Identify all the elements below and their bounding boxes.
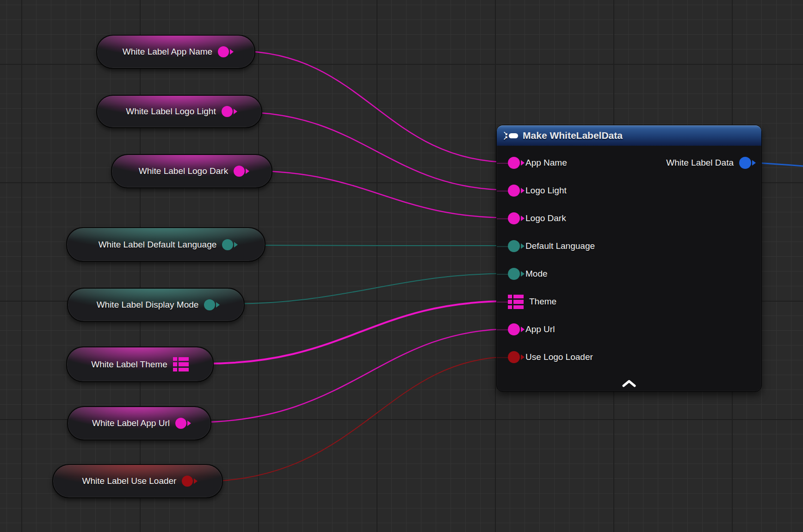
output-pin-teal[interactable] bbox=[222, 239, 233, 250]
node-get-white-label-app-name[interactable]: White Label App Name bbox=[96, 35, 255, 69]
input-pin-string[interactable] bbox=[508, 323, 520, 335]
make-node-header[interactable]: ↘ ↗ Make WhiteLabelData bbox=[497, 125, 761, 146]
node-get-white-label-logo-dark[interactable]: White Label Logo Dark bbox=[111, 154, 272, 188]
pin-label: Mode bbox=[525, 269, 548, 279]
pin-row-logo-dark: Logo Dark bbox=[497, 204, 761, 232]
pin-label: Logo Dark bbox=[525, 213, 566, 223]
node-get-white-label-use-loader[interactable]: White Label Use Loader bbox=[52, 464, 223, 498]
input-pins: App Name Logo Light Logo Dark Default La… bbox=[497, 149, 761, 371]
output-pin-string[interactable] bbox=[218, 46, 229, 57]
wire-logo-dark[interactable] bbox=[251, 171, 512, 218]
collapse-node-button[interactable] bbox=[619, 378, 639, 389]
pin-label: Default Language bbox=[525, 241, 595, 251]
node-label: White Label Default Language bbox=[99, 240, 217, 250]
wire-display-mode[interactable] bbox=[225, 273, 512, 304]
node-label: White Label Theme bbox=[91, 359, 167, 370]
pin-row-theme: Theme bbox=[497, 288, 761, 315]
pin-row-app-url: App Url bbox=[497, 315, 761, 343]
node-label: White Label App Url bbox=[92, 418, 170, 428]
make-struct-icon: ↘ ↗ bbox=[503, 131, 518, 140]
chevron-up-icon bbox=[621, 380, 637, 387]
node-label: White Label Logo Dark bbox=[139, 166, 228, 176]
pin-row-logo-light: Logo Light bbox=[497, 177, 761, 204]
output-pin-row: White Label Data bbox=[666, 149, 751, 177]
struct-pin-icon[interactable] bbox=[508, 295, 524, 309]
pin-label: App Url bbox=[525, 324, 555, 334]
node-get-white-label-logo-light[interactable]: White Label Logo Light bbox=[96, 95, 262, 128]
input-pin-string[interactable] bbox=[508, 212, 520, 224]
output-pin-string[interactable] bbox=[175, 418, 186, 429]
output-pin-string[interactable] bbox=[234, 166, 245, 177]
input-pin-teal[interactable] bbox=[508, 240, 520, 252]
blueprint-graph-canvas[interactable]: White Label App Name White Label Logo Li… bbox=[0, 0, 803, 532]
wire-default-language[interactable] bbox=[245, 245, 512, 246]
pin-row-default-language: Default Language bbox=[497, 232, 761, 260]
node-get-white-label-default-language[interactable]: White Label Default Language bbox=[66, 227, 266, 262]
input-pin-bool[interactable] bbox=[508, 351, 520, 363]
node-label: White Label App Name bbox=[123, 47, 212, 57]
input-pin-teal[interactable] bbox=[508, 268, 520, 280]
output-pin-struct[interactable] bbox=[739, 157, 751, 169]
node-label: White Label Use Loader bbox=[82, 476, 177, 486]
struct-pin-icon[interactable] bbox=[173, 357, 189, 371]
node-get-white-label-display-mode[interactable]: White Label Display Mode bbox=[67, 288, 245, 322]
pin-label: Logo Light bbox=[525, 186, 567, 196]
pin-label: App Name bbox=[525, 158, 567, 168]
pin-row-use-logo-loader: Use Logo Loader bbox=[497, 343, 761, 371]
node-get-white-label-theme[interactable]: White Label Theme bbox=[66, 346, 214, 382]
pin-label: Theme bbox=[529, 297, 556, 307]
node-label: White Label Logo Light bbox=[126, 106, 216, 117]
wire-logo-light[interactable] bbox=[240, 112, 512, 190]
node-label: White Label Display Mode bbox=[97, 300, 199, 310]
output-pin-string[interactable] bbox=[222, 106, 233, 117]
pin-label: Use Logo Loader bbox=[525, 352, 593, 362]
wire-theme[interactable] bbox=[202, 301, 508, 364]
pin-label: White Label Data bbox=[666, 158, 734, 168]
node-get-white-label-app-url[interactable]: White Label App Url bbox=[67, 406, 211, 440]
input-pin-string[interactable] bbox=[508, 185, 520, 197]
output-pin-bool[interactable] bbox=[182, 476, 193, 487]
output-pin-teal[interactable] bbox=[204, 299, 215, 310]
wire-app-url[interactable] bbox=[192, 329, 512, 422]
make-node-title: Make WhiteLabelData bbox=[523, 130, 623, 141]
wire-app-name[interactable] bbox=[238, 51, 512, 162]
arrow-up-glyph: ↗ bbox=[503, 136, 508, 140]
node-make-whitelabeldata[interactable]: ↘ ↗ Make WhiteLabelData App Name Logo Li… bbox=[496, 125, 762, 392]
pin-row-mode: Mode bbox=[497, 260, 761, 288]
input-pin-string[interactable] bbox=[508, 157, 520, 169]
